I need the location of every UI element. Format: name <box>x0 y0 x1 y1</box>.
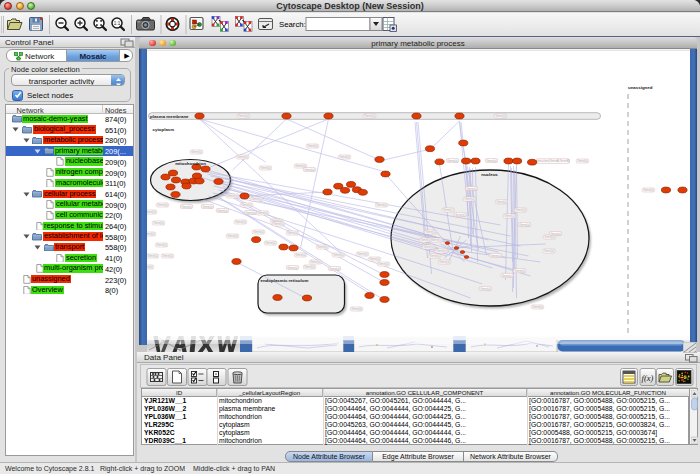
svg-text:plasma membrane: plasma membrane <box>150 114 189 119</box>
svg-text:Gene(a): Gene(a) <box>504 214 515 218</box>
svg-text:Gene(a): Gene(a) <box>515 208 526 212</box>
svg-text:Gene(a): Gene(a) <box>235 220 246 224</box>
svg-text:Gene(a): Gene(a) <box>245 211 256 215</box>
svg-text:Gene(a): Gene(a) <box>357 252 368 256</box>
svg-text:nucleus: nucleus <box>481 172 498 177</box>
svg-text:Gene(a): Gene(a) <box>147 265 153 269</box>
svg-text:Gene(a): Gene(a) <box>317 245 328 249</box>
svg-text:Gene(a): Gene(a) <box>217 209 228 213</box>
svg-text:Gene(a): Gene(a) <box>495 114 506 118</box>
svg-text:Gene(a): Gene(a) <box>496 200 507 204</box>
svg-text:Search:: Search: <box>279 20 306 29</box>
svg-text:Gene(a): Gene(a) <box>202 205 213 209</box>
svg-text:Gene(a): Gene(a) <box>501 274 512 278</box>
svg-text:f(x): f(x) <box>642 373 654 383</box>
svg-text:Gene(a): Gene(a) <box>439 260 450 264</box>
svg-text:Gene(a): Gene(a) <box>514 269 525 273</box>
svg-text:cytoplasm: cytoplasm <box>152 127 174 132</box>
svg-text:Gene(a): Gene(a) <box>544 235 555 239</box>
svg-text:Gene(a): Gene(a) <box>466 187 477 191</box>
svg-text:Gene(a): Gene(a) <box>253 230 264 234</box>
svg-text:interaction(GeneA,GeneB): interaction(GeneA,GeneB) <box>535 159 569 163</box>
svg-text:Gene(a): Gene(a) <box>304 168 315 172</box>
svg-text:Gene(a): Gene(a) <box>251 197 262 201</box>
svg-text:Gene(a): Gene(a) <box>486 159 497 163</box>
svg-text:Gene(a): Gene(a) <box>490 254 501 258</box>
svg-text:Gene(a): Gene(a) <box>442 208 453 212</box>
svg-text:Gene(a): Gene(a) <box>351 307 362 311</box>
svg-text:Gene(a): Gene(a) <box>147 210 156 214</box>
svg-text:Gene(a): Gene(a) <box>429 254 440 258</box>
svg-text:Gene(a): Gene(a) <box>519 223 530 227</box>
svg-text:Gene(a): Gene(a) <box>287 266 298 270</box>
svg-text:endoplasmic reticulum: endoplasmic reticulum <box>260 278 308 283</box>
svg-text:Gene(a): Gene(a) <box>162 254 173 258</box>
svg-text:Gene(a): Gene(a) <box>273 222 284 226</box>
svg-text:Gene(a): Gene(a) <box>227 234 238 238</box>
svg-text:Gene(a): Gene(a) <box>329 267 340 271</box>
svg-text:Gene(a): Gene(a) <box>310 260 321 264</box>
svg-text:Gene(a): Gene(a) <box>376 203 387 207</box>
svg-text:Gene(a): Gene(a) <box>265 241 276 245</box>
svg-text:Gene(a): Gene(a) <box>257 211 268 215</box>
svg-text:Gene(a): Gene(a) <box>339 155 350 159</box>
svg-text:Gene(a): Gene(a) <box>147 232 155 236</box>
svg-text:Gene(a): Gene(a) <box>454 213 465 217</box>
svg-text:unassigned: unassigned <box>628 85 653 90</box>
svg-text:Gene(a): Gene(a) <box>333 253 344 257</box>
svg-text:Gene(a): Gene(a) <box>480 287 491 291</box>
svg-text:Gene(a): Gene(a) <box>260 166 271 170</box>
svg-text:1:1: 1:1 <box>114 21 121 26</box>
svg-text:Gene(a): Gene(a) <box>191 150 202 154</box>
svg-text:Gene(a): Gene(a) <box>364 114 375 118</box>
svg-text:Gene(a): Gene(a) <box>157 203 168 207</box>
svg-text:Gene(a): Gene(a) <box>181 205 192 209</box>
svg-text:Gene(a): Gene(a) <box>378 262 389 266</box>
svg-text:Gene(a): Gene(a) <box>550 232 561 236</box>
svg-text:Gene(a): Gene(a) <box>543 249 554 253</box>
svg-text:Gene(a): Gene(a) <box>295 253 306 257</box>
svg-text:Gene(a): Gene(a) <box>241 203 252 207</box>
svg-text:Gene(a): Gene(a) <box>238 114 249 118</box>
svg-text:Gene(a): Gene(a) <box>436 249 447 253</box>
svg-text:Gene(a): Gene(a) <box>156 243 167 247</box>
svg-text:Gene(a): Gene(a) <box>532 305 543 309</box>
svg-text:Gene(a): Gene(a) <box>423 245 434 249</box>
svg-text:Gene(a): Gene(a) <box>425 230 436 234</box>
svg-text:Gene(a): Gene(a) <box>227 194 238 198</box>
svg-text:Gene(a): Gene(a) <box>147 254 158 258</box>
svg-text:Gene(a): Gene(a) <box>237 155 248 159</box>
svg-text:Gene(a): Gene(a) <box>447 159 458 163</box>
svg-text:Gene(a): Gene(a) <box>287 231 298 235</box>
svg-text:Gene(a): Gene(a) <box>420 238 431 242</box>
svg-text:Gene(a): Gene(a) <box>307 144 318 148</box>
svg-text:Gene(a): Gene(a) <box>431 238 442 242</box>
svg-text:Gene(a): Gene(a) <box>369 257 380 261</box>
svg-text:mitochondrion: mitochondrion <box>175 161 206 166</box>
svg-text:Gene(a): Gene(a) <box>464 197 475 201</box>
svg-text:Gene(a): Gene(a) <box>577 159 588 163</box>
svg-text:Gene(a): Gene(a) <box>643 188 654 192</box>
svg-text:Gene(a): Gene(a) <box>153 221 164 225</box>
svg-text:Gene(a): Gene(a) <box>304 265 315 269</box>
